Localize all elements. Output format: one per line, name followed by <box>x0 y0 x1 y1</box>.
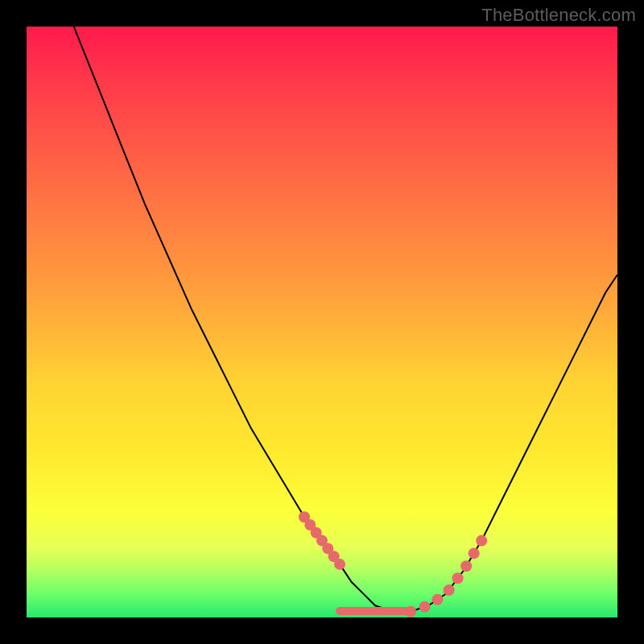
curve-dot <box>405 606 416 617</box>
curve-dot <box>460 560 472 572</box>
plot-area <box>27 27 617 617</box>
curve-dot <box>469 547 480 559</box>
bottleneck-curve <box>74 27 617 612</box>
dotted-segment-right <box>405 535 487 617</box>
dotted-segment-left <box>299 511 345 570</box>
curve-dot <box>476 535 487 547</box>
curve-dot <box>334 559 345 570</box>
chart-frame: TheBottleneck.com <box>0 0 644 644</box>
curve-dot <box>444 584 455 596</box>
watermark-text: TheBottleneck.com <box>481 5 636 26</box>
curve-dot <box>452 572 464 584</box>
curve-dot <box>432 594 444 605</box>
curve-dot <box>419 601 431 613</box>
curve-svg <box>27 27 617 617</box>
